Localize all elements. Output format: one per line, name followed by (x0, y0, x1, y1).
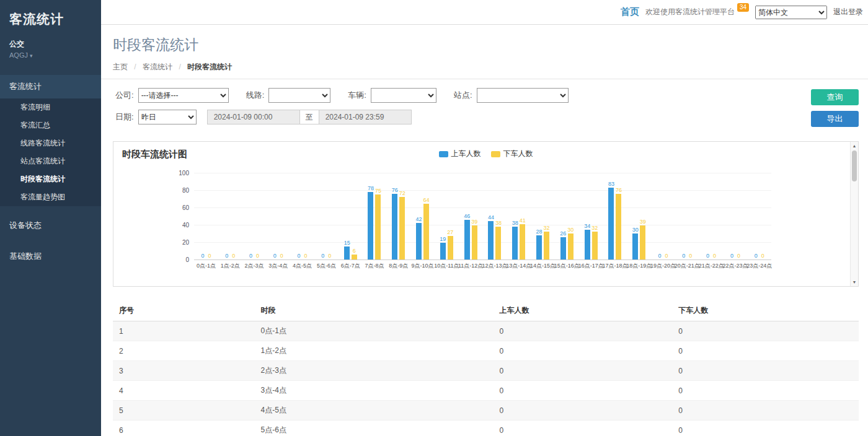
bar (616, 194, 621, 259)
chart-bar-group: 78757点-8点 (363, 173, 387, 270)
bar-value-label: 0 (321, 253, 324, 259)
bar-value-label: 39 (640, 219, 646, 225)
x-axis-tick-label: 13点-14点 (506, 262, 531, 270)
legend-item[interactable]: 上车人数 (439, 149, 481, 159)
scroll-up-icon[interactable]: ▲ (851, 142, 858, 150)
org-code-label: AQGJ (9, 51, 28, 59)
sidebar-item[interactable]: 基础数据 (0, 245, 101, 268)
page-title: 时段客流统计 (113, 35, 859, 54)
chart-bar-group: 463911点-12点 (459, 173, 483, 270)
org-selector[interactable]: AQGJ▾ (0, 50, 101, 59)
vehicle-label: 车辆: (348, 90, 366, 101)
sidebar-item[interactable]: 客流汇总 (0, 116, 101, 134)
station-select[interactable] (477, 88, 569, 103)
bar-value-label: 0 (280, 253, 283, 259)
legend-item[interactable]: 下车人数 (491, 149, 533, 159)
chart-bar-group: 1566点-7点 (339, 173, 363, 270)
bar (495, 227, 501, 259)
bar-value-label: 0 (273, 253, 277, 259)
chart-bar-group: 283214点-15点 (531, 173, 555, 270)
notification-badge[interactable]: 34 (737, 3, 749, 12)
bar-value-label: 32 (544, 225, 550, 231)
bar-value-label: 27 (447, 229, 453, 235)
breadcrumb-section[interactable]: 客流统计 (143, 63, 172, 71)
chart-bar-group: 192710点-11点 (435, 173, 459, 270)
legend-swatch-icon (439, 151, 448, 157)
bar-value-label: 75 (375, 188, 381, 194)
sidebar-item[interactable]: 客流统计 (0, 75, 101, 98)
sidebar-item[interactable]: 站点客流统计 (0, 152, 101, 170)
bar-value-label: 0 (328, 253, 331, 259)
filter-row-date: 日期: 昨日 至 (115, 110, 569, 124)
filter-panel: 公司: ---请选择--- 线路: 车辆: 站点: 日期: 昨日 至 (113, 88, 859, 131)
company-label: 公司: (115, 90, 134, 101)
x-axis-tick-label: 10点-11点 (434, 262, 459, 270)
bar-value-label: 0 (689, 253, 692, 259)
chart-bar-group: 42649点-10点 (410, 173, 435, 270)
chart-plot-area: 020406080100000点-1点001点-2点002点-3点003点-4点… (194, 173, 771, 278)
export-button[interactable]: 导出 (811, 111, 859, 127)
bar-value-label: 0 (249, 253, 252, 259)
sidebar-item[interactable]: 设备状态 (0, 214, 101, 237)
sidebar-item[interactable]: 时段客流统计 (0, 170, 101, 188)
table-header-cell: 下车人数 (672, 300, 859, 321)
bar (640, 225, 645, 259)
home-link[interactable]: 首页 (621, 6, 639, 18)
date-to-input[interactable] (319, 110, 412, 124)
date-preset-select[interactable]: 昨日 (138, 110, 197, 124)
bar-value-label: 42 (416, 216, 422, 222)
scrollbar-thumb[interactable] (852, 150, 857, 181)
bar (632, 233, 638, 259)
bar-value-label: 76 (616, 187, 622, 193)
table-header-row: 序号时段上车人数下车人数 (113, 300, 859, 321)
query-button[interactable]: 查询 (811, 89, 859, 105)
sidebar-menu: 客流统计客流明细客流汇总线路客流统计站点客流统计时段客流统计客流量趋势图设备状态… (0, 75, 101, 268)
chart-bar-group: 001点-2点 (218, 173, 242, 270)
table-cell: 1 (113, 321, 255, 341)
x-axis-tick-label: 17点-18点 (602, 262, 627, 270)
scroll-down-icon[interactable]: ▼ (851, 278, 858, 286)
logout-link[interactable]: 退出登录 (833, 7, 863, 17)
vehicle-select[interactable] (371, 88, 436, 103)
chart-bar-group: 0020点-21点 (675, 173, 699, 270)
chart-bar-group: 0019点-20点 (651, 173, 675, 270)
sidebar-item[interactable]: 线路客流统计 (0, 134, 101, 152)
bar (440, 243, 446, 259)
chart-panel: 时段车流统计图 上车人数下车人数 020406080100000点-1点001点… (113, 141, 859, 287)
chart-bar-group: 002点-3点 (242, 173, 267, 270)
table-cell: 5点-6点 (255, 421, 494, 436)
org-name: 公交 (0, 30, 101, 50)
table-row: 65点-6点00 (113, 421, 859, 436)
bar (488, 221, 494, 259)
bar-value-label: 0 (208, 253, 211, 259)
bar (392, 194, 397, 259)
bar (448, 236, 453, 259)
bar (368, 192, 373, 259)
table-header-cell: 时段 (255, 300, 494, 321)
sidebar-item[interactable]: 客流明细 (0, 98, 101, 116)
bar (568, 233, 574, 259)
bar-value-label: 0 (256, 253, 259, 259)
bar-value-label: 78 (368, 185, 374, 191)
table-body: 10点-1点0021点-2点0032点-3点0043点-4点0054点-5点00… (113, 321, 859, 436)
breadcrumb-home[interactable]: 主页 (113, 63, 128, 71)
company-select[interactable]: ---请选择--- (138, 88, 229, 103)
page-head: 时段客流统计 主页 / 客流统计 / 时段客流统计 (101, 25, 868, 79)
line-select[interactable] (268, 88, 330, 103)
date-from-input[interactable] (207, 110, 300, 124)
y-axis-tick-label: 60 (169, 204, 189, 211)
bar-value-label: 39 (471, 219, 477, 225)
table-cell: 0 (494, 321, 673, 341)
table-header-cell: 序号 (113, 300, 255, 321)
table-cell: 0 (672, 321, 859, 341)
language-select[interactable]: 简体中文 (755, 6, 827, 19)
bar (585, 230, 590, 259)
chevron-down-icon: ▾ (30, 53, 33, 59)
breadcrumb-current: 时段客流统计 (187, 63, 232, 71)
main-area: 首页 欢迎使用客流统计管理平台 34 简体中文 退出登录 时段客流统计 主页 /… (101, 0, 868, 436)
breadcrumb: 主页 / 客流统计 / 时段客流统计 (113, 62, 859, 72)
chart-scrollbar[interactable]: ▲ ▼ (850, 142, 858, 286)
table-row: 10点-1点00 (113, 321, 859, 341)
sidebar-item[interactable]: 客流量趋势图 (0, 188, 101, 206)
chart-bar-group: 837617点-18点 (603, 173, 627, 270)
